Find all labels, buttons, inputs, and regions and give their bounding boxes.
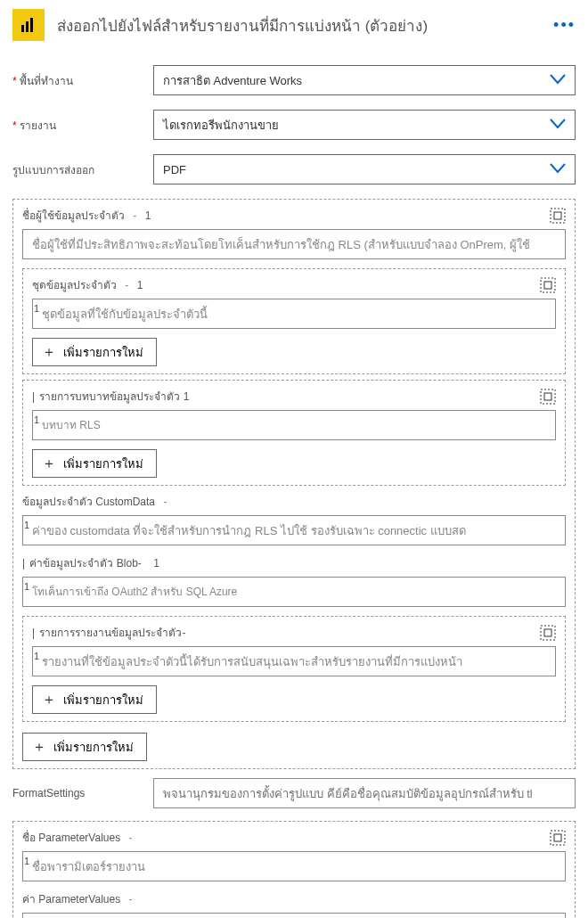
plus-icon: ＋ [42,343,56,362]
format-settings-row: FormatSettings [12,778,576,808]
dataset-input[interactable] [32,299,556,329]
plus-icon: ＋ [42,455,56,473]
svg-rect-5 [541,278,555,292]
svg-rect-10 [544,629,551,636]
format-settings-input[interactable] [153,778,576,808]
roles-idx: 1 [184,390,190,403]
workspace-select[interactable]: การสาธิต Adventure Works [153,65,576,95]
blob-idx: 1 [153,557,159,570]
workspace-label: พื้นที่ทำงาน [12,72,153,89]
param-name-input[interactable] [22,851,566,881]
dataset-group: ชุดข้อมูลประจำตัว - 1 1 ＋ เพิ่มรายการใหม… [22,268,566,374]
add-identity-report-button[interactable]: ＋ เพิ่มรายการใหม่ [32,685,157,714]
add-label: เพิ่มรายการใหม่ [53,738,134,757]
dataset-idx: 1 [137,279,143,291]
template-icon[interactable] [540,389,556,405]
report-label: รายงาน [12,117,153,134]
svg-rect-2 [30,18,33,32]
template-icon[interactable] [550,830,566,846]
add-label: เพิ่มรายการใหม่ [63,691,143,709]
template-icon[interactable] [550,208,566,224]
svg-rect-9 [541,626,555,640]
powerbi-logo [12,9,45,41]
svg-rect-0 [21,25,24,32]
dataset-label: ชุดข้อมูลประจำตัว [32,279,117,291]
plus-icon: ＋ [32,738,46,757]
identity-user-label: ชื่อผู้ใช้ข้อมูลประจำตัว [22,209,125,222]
svg-rect-3 [551,209,565,223]
format-settings-label: FormatSettings [12,787,153,799]
identity-user-head: ชื่อผู้ใช้ข้อมูลประจำตัว - 1 [22,207,566,224]
svg-rect-11 [551,831,565,845]
blob-label: ค่าข้อมูลประจำตัว Blob- [29,557,141,570]
svg-rect-4 [554,212,561,219]
report-value: ไดเรกทอรีพนักงานขาย [163,116,279,135]
svg-rect-7 [541,389,555,404]
customdata-label: ข้อมูลประจำตัว CustomData [22,496,155,508]
export-format-label: รูปแบบการส่งออก [12,161,153,178]
customdata-input[interactable] [22,515,566,545]
param-value-label: ค่า ParameterValues [22,893,120,906]
plus-icon: ＋ [42,691,56,709]
workspace-row: พื้นที่ทำงาน การสาธิต Adventure Works [12,65,576,95]
add-label: เพิ่มรายการใหม่ [63,455,143,473]
report-row: รายงาน ไดเรกทอรีพนักงานขาย [12,110,576,140]
export-format-select[interactable]: PDF [153,154,576,184]
parameter-values-group: ชื่อ ParameterValues - 1 ค่า ParameterVa… [12,821,576,918]
roles-group: | รายการบทบาทข้อมูลประจำตัว 1 1 ＋ เพิ่มร… [22,380,566,486]
chevron-down-icon [550,74,566,87]
more-menu-button[interactable]: ••• [553,16,576,35]
roles-label: รายการบทบาทข้อมูลประจำตัว [39,390,180,403]
bars-icon [20,16,37,34]
param-value-input[interactable] [22,913,566,918]
identity-reports-label: รายการรายงานข้อมูลประจำตัว- [39,627,185,639]
identity-reports-input[interactable] [32,646,556,676]
export-format-value: PDF [163,163,186,176]
template-icon[interactable] [540,277,556,293]
report-select[interactable]: ไดเรกทอรีพนักงานขาย [153,110,576,140]
svg-rect-6 [544,282,551,289]
add-dataset-button[interactable]: ＋ เพิ่มรายการใหม่ [32,338,157,366]
add-identity-button[interactable]: ＋ เพิ่มรายการใหม่ [22,733,147,761]
identity-user-idx: 1 [145,209,151,222]
add-role-button[interactable]: ＋ เพิ่มรายการใหม่ [32,449,157,478]
workspace-value: การสาธิต Adventure Works [163,71,302,90]
chevron-down-icon [550,163,566,176]
svg-rect-8 [544,393,551,400]
add-label: เพิ่มรายการใหม่ [63,343,143,362]
chevron-down-icon [550,119,566,132]
svg-rect-1 [26,21,29,32]
identity-group: ชื่อผู้ใช้ข้อมูลประจำตัว - 1 ชุดข้อมูลปร… [12,199,576,769]
blob-input[interactable] [22,577,566,607]
identity-user-input[interactable] [22,229,566,259]
identity-reports-group: | รายการรายงานข้อมูลประจำตัว- 1 ＋ เพิ่มร… [22,616,566,722]
header-bar: ส่งออกไปยังไฟล์สำหรับรายงานที่มีการแบ่งห… [0,0,588,51]
svg-rect-12 [554,834,561,841]
roles-input[interactable] [32,410,556,440]
param-name-label: ชื่อ ParameterValues [22,832,120,844]
export-format-row: รูปแบบการส่งออก PDF [12,154,576,184]
template-icon[interactable] [540,625,556,641]
page-title: ส่งออกไปยังไฟล์สำหรับรายงานที่มีการแบ่งห… [57,13,553,37]
